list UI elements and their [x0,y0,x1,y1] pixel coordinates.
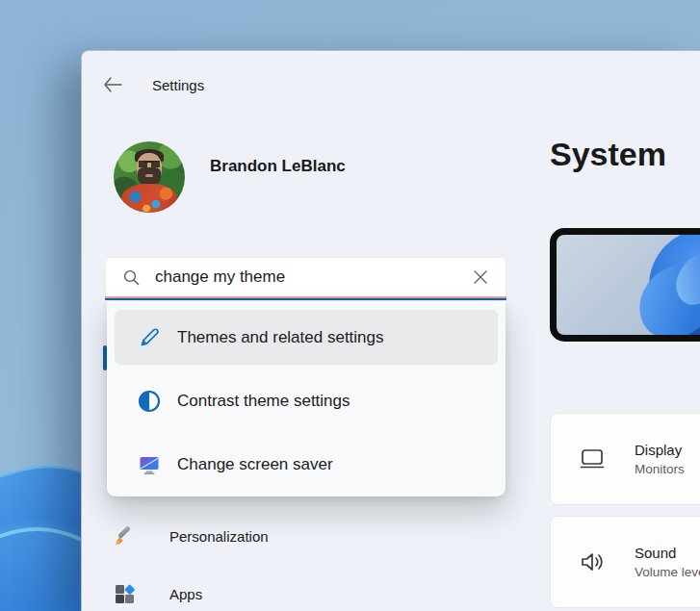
result-themes-and-related-settings[interactable]: Themes and related settings [115,310,498,365]
close-icon [474,270,487,284]
avatar-glasses [139,161,160,167]
result-label: Change screen saver [177,455,333,474]
search-underline-accent [105,298,506,301]
page-title: System [550,136,666,173]
result-contrast-theme-settings[interactable]: Contrast theme settings [115,373,498,428]
card-display[interactable]: Display Monitors [550,413,700,505]
sidebar-item-personalization[interactable]: Personalization [105,522,394,550]
settings-window: Settings Brandon LeBlanc [81,50,700,611]
search-input[interactable] [155,267,469,287]
screensaver-icon [138,453,161,476]
desktop: Settings Brandon LeBlanc [0,0,700,611]
pen-icon [138,326,161,349]
avatar[interactable] [114,141,185,213]
result-label: Contrast theme settings [177,392,350,411]
search-icon [123,269,140,286]
sidebar-item-label: Apps [169,586,202,602]
clear-search-button[interactable] [469,266,492,289]
back-button[interactable] [95,70,130,99]
window-title: Settings [152,77,204,93]
search-results-flyout: Themes and related settings Contrast the… [107,301,506,496]
user-name: Brandon LeBlanc [210,157,346,176]
card-title: Sound [635,545,700,561]
display-icon [578,445,607,473]
result-label: Themes and related settings [177,328,384,347]
paintbrush-icon [113,524,136,547]
avatar-shirt [121,184,177,213]
card-subtitle: Monitors [635,462,685,476]
avatar-mouth [145,174,153,177]
apps-icon [113,582,136,605]
back-arrow-icon [103,77,122,92]
card-subtitle: Volume levels [635,565,700,579]
result-change-screen-saver[interactable]: Change screen saver [115,437,498,492]
speaker-icon [578,547,607,576]
contrast-icon [138,390,161,413]
search-box[interactable] [105,257,506,296]
search-container [105,257,506,300]
card-title: Display [635,442,685,458]
sidebar-item-label: Personalization [169,528,269,545]
device-preview-image [550,228,700,342]
sidebar-item-apps[interactable]: Apps [105,579,394,608]
card-sound[interactable]: Sound Volume levels [550,516,700,608]
